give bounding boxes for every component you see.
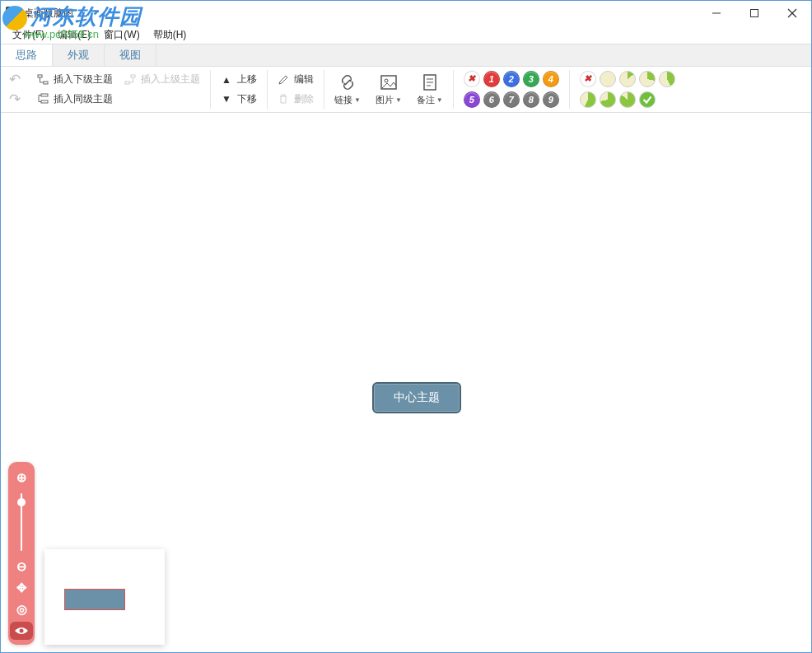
menu-bar: 文件(F) 编辑(E) 窗口(W) 帮助(H) bbox=[1, 26, 811, 44]
progress-step-3-button[interactable] bbox=[639, 71, 656, 87]
menu-file[interactable]: 文件(F) bbox=[6, 26, 51, 44]
move-group: ▲ 上移 ▼ 下移 bbox=[211, 70, 268, 109]
maximize-button[interactable] bbox=[735, 1, 773, 26]
priority-4-button[interactable]: 4 bbox=[543, 71, 559, 87]
svg-rect-6 bbox=[131, 75, 135, 77]
insert-group: 插入下级主题 插入上级主题 插入同级主题 bbox=[27, 70, 211, 109]
priority-5-button[interactable]: 5 bbox=[464, 91, 480, 108]
tree-child-icon bbox=[37, 74, 49, 86]
arrow-up-icon: ▲ bbox=[221, 74, 232, 86]
mindmap-canvas[interactable]: 中心主题 ⊕ ⊖ ✥ ◎ bbox=[2, 114, 810, 651]
svg-point-16 bbox=[20, 629, 24, 633]
progress-group: ✖ bbox=[570, 70, 685, 109]
menu-edit[interactable]: 编辑(E) bbox=[51, 26, 97, 44]
insert-child-button[interactable]: 插入下级主题 bbox=[37, 72, 113, 86]
priority-9-button[interactable]: 9 bbox=[543, 91, 559, 108]
caret-down-icon: ▼ bbox=[354, 96, 361, 104]
progress-clear-button[interactable]: ✖ bbox=[580, 71, 596, 87]
insert-parent-button[interactable]: 插入上级主题 bbox=[124, 72, 200, 86]
svg-rect-7 bbox=[125, 82, 129, 84]
note-dropdown[interactable]: 备注▼ bbox=[417, 72, 443, 106]
image-dropdown[interactable]: 图片▼ bbox=[376, 72, 402, 106]
image-label: 图片 bbox=[376, 94, 394, 106]
move-down-button[interactable]: ▼ 下移 bbox=[221, 92, 257, 106]
image-icon bbox=[379, 72, 399, 92]
move-up-label: 上移 bbox=[237, 72, 257, 86]
priority-7-button[interactable]: 7 bbox=[503, 91, 520, 108]
edit-button[interactable]: 编辑 bbox=[278, 72, 314, 86]
caret-down-icon: ▼ bbox=[436, 96, 443, 104]
locate-button[interactable]: ◎ bbox=[12, 600, 30, 618]
svg-point-11 bbox=[385, 79, 388, 82]
priority-2-button[interactable]: 2 bbox=[503, 71, 520, 87]
zoom-slider-thumb[interactable] bbox=[17, 498, 26, 506]
minimap-viewport-rect[interactable] bbox=[64, 589, 125, 610]
tree-parent-icon bbox=[124, 74, 136, 86]
insert-sibling-label: 插入同级主题 bbox=[54, 92, 113, 106]
toolbar: ↶ ↷ 插入下级主题 插入上级主题 插入同级主题 bbox=[1, 67, 811, 113]
svg-rect-5 bbox=[44, 82, 48, 84]
arrow-down-icon: ▼ bbox=[221, 93, 232, 105]
pencil-icon bbox=[278, 74, 289, 86]
note-icon bbox=[420, 72, 440, 92]
ribbon-tabs: 思路 外观 视图 bbox=[1, 44, 811, 67]
link-dropdown[interactable]: 链接▼ bbox=[334, 72, 361, 106]
svg-rect-8 bbox=[41, 94, 48, 96]
move-down-label: 下移 bbox=[237, 92, 257, 106]
close-button[interactable] bbox=[773, 1, 811, 26]
priority-group: ✖ 1234 56789 bbox=[454, 70, 570, 109]
undo-redo-group: ↶ ↷ bbox=[9, 70, 27, 109]
minimap[interactable] bbox=[44, 549, 165, 645]
attach-group: 链接▼ 图片▼ 备注▼ bbox=[324, 70, 454, 109]
priority-1-button[interactable]: 1 bbox=[483, 71, 500, 87]
progress-step-7-button[interactable] bbox=[619, 91, 636, 108]
title-bar: 桌面版脑图 bbox=[1, 1, 811, 26]
tab-view[interactable]: 视图 bbox=[105, 44, 156, 66]
progress-step-6-button[interactable] bbox=[600, 91, 616, 108]
note-label: 备注 bbox=[417, 94, 435, 106]
svg-rect-1 bbox=[751, 10, 758, 17]
progress-step-8-button[interactable] bbox=[639, 91, 656, 108]
svg-rect-4 bbox=[38, 75, 42, 77]
undo-button[interactable]: ↶ bbox=[9, 71, 21, 88]
navigator-panel: ⊕ ⊖ ✥ ◎ bbox=[8, 462, 165, 645]
priority-6-button[interactable]: 6 bbox=[483, 91, 500, 108]
app-icon bbox=[6, 7, 19, 20]
window-controls bbox=[698, 1, 811, 26]
redo-button[interactable]: ↷ bbox=[9, 91, 21, 108]
progress-step-2-button[interactable] bbox=[619, 71, 636, 87]
zoom-in-button[interactable]: ⊕ bbox=[12, 469, 30, 487]
delete-button[interactable]: 删除 bbox=[278, 92, 314, 106]
insert-child-label: 插入下级主题 bbox=[54, 72, 113, 86]
zoom-strip: ⊕ ⊖ ✥ ◎ bbox=[8, 462, 35, 645]
caret-down-icon: ▼ bbox=[395, 96, 402, 104]
tab-mind[interactable]: 思路 bbox=[1, 44, 53, 66]
menu-window[interactable]: 窗口(W) bbox=[97, 26, 146, 44]
minimize-button[interactable] bbox=[698, 1, 735, 26]
progress-step-1-button[interactable] bbox=[600, 71, 616, 87]
progress-step-4-button[interactable] bbox=[659, 71, 675, 87]
progress-step-5-button[interactable] bbox=[580, 91, 596, 108]
edit-group: 编辑 删除 bbox=[268, 70, 324, 109]
trash-icon bbox=[278, 93, 289, 105]
link-label: 链接 bbox=[334, 94, 352, 106]
zoom-out-button[interactable]: ⊖ bbox=[12, 557, 30, 576]
window-title: 桌面版脑图 bbox=[24, 7, 73, 21]
delete-label: 删除 bbox=[294, 92, 314, 106]
edit-label: 编辑 bbox=[294, 72, 314, 86]
move-up-button[interactable]: ▲ 上移 bbox=[221, 72, 257, 86]
insert-parent-label: 插入上级主题 bbox=[141, 72, 200, 86]
menu-help[interactable]: 帮助(H) bbox=[147, 26, 194, 44]
zoom-slider[interactable] bbox=[21, 493, 22, 551]
center-topic-node[interactable]: 中心主题 bbox=[372, 382, 461, 413]
toggle-minimap-button[interactable] bbox=[10, 622, 33, 640]
priority-clear-button[interactable]: ✖ bbox=[464, 71, 480, 87]
link-icon bbox=[338, 72, 357, 92]
tab-appearance[interactable]: 外观 bbox=[53, 44, 105, 66]
eye-icon bbox=[14, 626, 29, 636]
priority-3-button[interactable]: 3 bbox=[523, 71, 539, 87]
svg-rect-9 bbox=[41, 100, 48, 103]
insert-sibling-button[interactable]: 插入同级主题 bbox=[37, 92, 200, 106]
priority-8-button[interactable]: 8 bbox=[523, 91, 539, 108]
pan-button[interactable]: ✥ bbox=[12, 579, 30, 597]
